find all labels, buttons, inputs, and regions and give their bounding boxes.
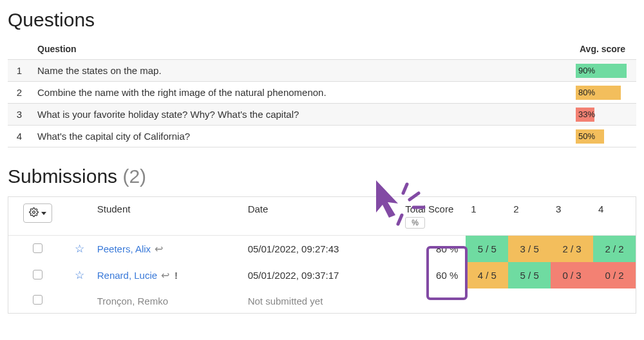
submissions-heading-text: Submissions bbox=[8, 165, 122, 187]
total-score-cell: 80 % bbox=[400, 236, 466, 263]
star-icon[interactable]: ☆ bbox=[75, 269, 84, 282]
question-number: 4 bbox=[8, 126, 31, 147]
question-row[interactable]: 3What is your favorite holiday state? Wh… bbox=[8, 104, 636, 126]
reply-icon[interactable]: ↩ bbox=[161, 269, 169, 281]
date-cell: 05/01/2022, 09:27:43 bbox=[243, 236, 401, 263]
settings-button[interactable] bbox=[23, 203, 52, 223]
gear-icon bbox=[29, 207, 39, 219]
score-cell[interactable]: 5 / 5 bbox=[466, 236, 508, 263]
row-checkbox[interactable] bbox=[33, 270, 43, 279]
score-cell[interactable]: 2 / 3 bbox=[551, 236, 593, 263]
column-total-score[interactable]: Total Score % bbox=[400, 197, 466, 236]
score-cell bbox=[466, 288, 508, 313]
avg-score-cell: 33% bbox=[573, 104, 636, 126]
submissions-heading: Submissions (2) bbox=[8, 165, 636, 187]
warning-icon[interactable]: ! bbox=[175, 270, 178, 281]
column-question: Question bbox=[31, 40, 573, 60]
avg-score-bar: 90% bbox=[576, 64, 627, 78]
questions-table: Question Avg. score 1Name the states on … bbox=[8, 40, 636, 147]
submission-row: Tronçon, RemkoNot submitted yet bbox=[8, 288, 636, 313]
column-actions bbox=[8, 197, 67, 236]
avg-score-cell: 80% bbox=[573, 82, 636, 104]
score-cell bbox=[508, 288, 551, 313]
star-icon[interactable]: ☆ bbox=[75, 242, 84, 256]
student-link[interactable]: Peeters, Alix bbox=[97, 243, 151, 254]
student-cell: Renard, Lucie↩! bbox=[92, 262, 243, 288]
avg-score-cell: 50% bbox=[573, 126, 636, 147]
score-cell[interactable]: 0 / 3 bbox=[551, 262, 593, 288]
total-score-cell: 60 % bbox=[400, 262, 466, 288]
row-checkbox[interactable] bbox=[33, 295, 43, 305]
student-name: Tronçon, Remko bbox=[97, 296, 168, 307]
score-cell[interactable]: 4 / 5 bbox=[466, 262, 508, 288]
submissions-table: Student Date Total Score % 1 2 3 4 ☆Peet… bbox=[8, 197, 636, 313]
question-text: Name the states on the map. bbox=[31, 60, 573, 82]
row-checkbox[interactable] bbox=[33, 243, 43, 253]
chevron-down-icon bbox=[41, 212, 46, 215]
question-text: What is your favorite holiday state? Why… bbox=[31, 104, 573, 126]
score-cell[interactable]: 3 / 5 bbox=[508, 236, 551, 263]
avg-score-bar: 50% bbox=[576, 129, 604, 144]
question-row[interactable]: 2Combine the name with the right image o… bbox=[8, 82, 636, 104]
date-cell: Not submitted yet bbox=[243, 288, 401, 313]
submission-row: ☆Renard, Lucie↩!05/01/2022, 09:37:1760 %… bbox=[8, 262, 636, 288]
submission-row: ☆Peeters, Alix↩05/01/2022, 09:27:4380 %5… bbox=[8, 236, 636, 263]
date-cell: 05/01/2022, 09:37:17 bbox=[243, 262, 401, 288]
submissions-count: (2) bbox=[122, 165, 146, 187]
avg-score-bar: 33% bbox=[576, 108, 594, 122]
question-row[interactable]: 4What's the capital city of California?5… bbox=[8, 126, 636, 147]
avg-score-bar: 80% bbox=[576, 86, 621, 100]
column-student[interactable]: Student bbox=[92, 197, 243, 236]
column-date[interactable]: Date bbox=[243, 197, 401, 236]
total-score-cell bbox=[400, 288, 466, 313]
score-cell[interactable]: 0 / 2 bbox=[593, 262, 636, 288]
svg-point-0 bbox=[33, 211, 35, 214]
score-cell bbox=[593, 288, 636, 313]
total-score-label: Total Score bbox=[405, 203, 460, 214]
column-q4[interactable]: 4 bbox=[593, 197, 636, 236]
question-number: 2 bbox=[8, 82, 31, 104]
questions-heading: Questions bbox=[8, 9, 636, 31]
question-text: What's the capital city of California? bbox=[31, 126, 573, 147]
score-cell[interactable]: 5 / 5 bbox=[508, 262, 551, 288]
column-q3[interactable]: 3 bbox=[551, 197, 593, 236]
column-avg-score: Avg. score bbox=[573, 40, 636, 60]
student-link[interactable]: Renard, Lucie bbox=[97, 270, 157, 281]
column-blank bbox=[8, 40, 31, 60]
column-q2[interactable]: 2 bbox=[508, 197, 551, 236]
student-cell: Peeters, Alix↩ bbox=[92, 236, 243, 263]
score-cell[interactable]: 2 / 2 bbox=[593, 236, 636, 263]
percent-toggle[interactable]: % bbox=[405, 217, 425, 229]
question-number: 3 bbox=[8, 104, 31, 126]
question-text: Combine the name with the right image of… bbox=[31, 82, 573, 104]
reply-icon[interactable]: ↩ bbox=[155, 243, 163, 255]
column-star bbox=[67, 197, 91, 236]
score-cell bbox=[551, 288, 593, 313]
column-q1[interactable]: 1 bbox=[466, 197, 508, 236]
avg-score-cell: 90% bbox=[573, 60, 636, 82]
student-cell: Tronçon, Remko bbox=[92, 288, 243, 313]
question-row[interactable]: 1Name the states on the map.90% bbox=[8, 60, 636, 82]
question-number: 1 bbox=[8, 60, 31, 82]
